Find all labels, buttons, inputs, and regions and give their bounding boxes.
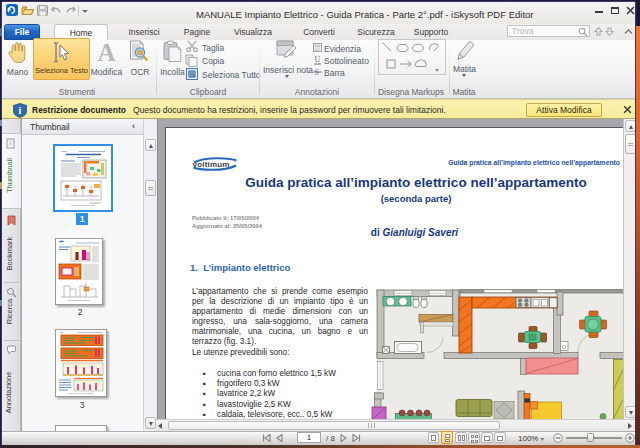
svg-text:U: U bbox=[315, 55, 321, 64]
svg-text:voltimum: voltimum bbox=[193, 160, 230, 169]
svg-text:i: i bbox=[19, 105, 22, 116]
